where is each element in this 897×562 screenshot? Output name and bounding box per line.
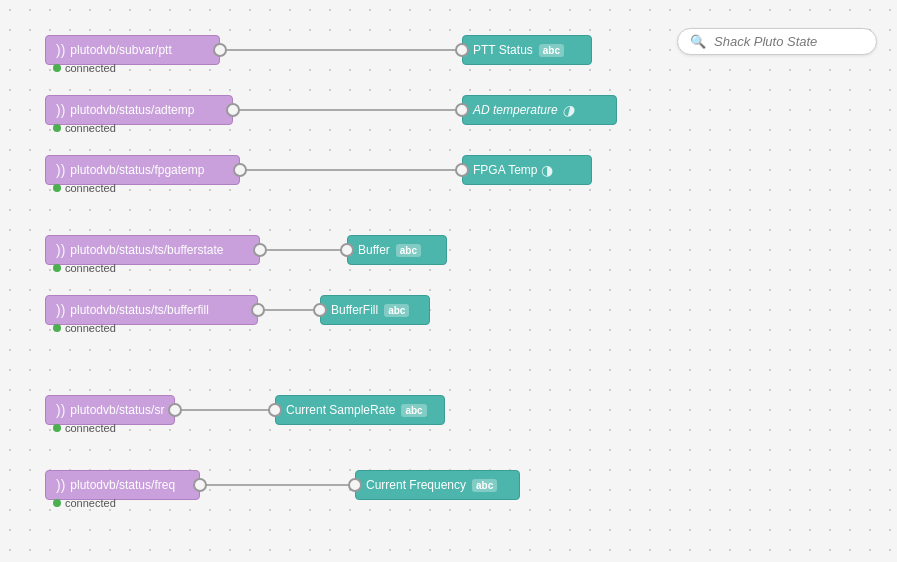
node-label: Buffer [358, 243, 390, 257]
node-badge-abc: abc [384, 304, 409, 317]
mqtt-icon-2: )) [56, 102, 65, 118]
node-label: AD temperature [473, 103, 558, 117]
node-bufferfill[interactable]: BufferFill abc [320, 295, 430, 325]
input-port[interactable] [348, 478, 362, 492]
output-port[interactable] [251, 303, 265, 317]
output-port[interactable] [253, 243, 267, 257]
search-text: Shack Pluto State [714, 34, 817, 49]
status-dot-bufferfill [53, 324, 61, 332]
status-dot-fpgatemp [53, 184, 61, 192]
status-label-fpgatemp: connected [65, 182, 116, 194]
node-label: Current SampleRate [286, 403, 395, 417]
search-box[interactable]: 🔍 Shack Pluto State [677, 28, 877, 55]
node-label: plutodvb/status/adtemp [70, 103, 194, 117]
node-buffer[interactable]: Buffer abc [347, 235, 447, 265]
node-label: plutodvb/subvar/ptt [70, 43, 171, 57]
status-label-adtemp: connected [65, 122, 116, 134]
mqtt-icon-4: )) [56, 242, 65, 258]
mqtt-icon-6: )) [56, 402, 65, 418]
input-port[interactable] [455, 103, 469, 117]
node-mqtt-ptt[interactable]: )) plutodvb/subvar/ptt [45, 35, 220, 65]
node-ad-temperature[interactable]: AD temperature ◑ [462, 95, 617, 125]
node-badge-abc: abc [539, 44, 564, 57]
status-label-freq: connected [65, 497, 116, 509]
node-mqtt-adtemp[interactable]: )) plutodvb/status/adtemp [45, 95, 233, 125]
output-port[interactable] [193, 478, 207, 492]
node-ptt-status[interactable]: PTT Status abc [462, 35, 592, 65]
gauge-icon: ◑ [562, 102, 574, 118]
status-label-bufferstate: connected [65, 262, 116, 274]
status-label-bufferfill: connected [65, 322, 116, 334]
node-mqtt-sr[interactable]: )) plutodvb/status/sr [45, 395, 175, 425]
node-label: FPGA Temp [473, 163, 537, 177]
status-label-ptt: connected [65, 62, 116, 74]
node-badge-abc: abc [472, 479, 497, 492]
node-label: PTT Status [473, 43, 533, 57]
output-port[interactable] [226, 103, 240, 117]
status-dot-ptt [53, 64, 61, 72]
node-label: plutodvb/status/fpgatemp [70, 163, 204, 177]
status-dot-freq [53, 499, 61, 507]
node-label: plutodvb/status/ts/bufferstate [70, 243, 223, 257]
output-port[interactable] [168, 403, 182, 417]
gauge-icon-2: ◑ [541, 162, 553, 178]
input-port[interactable] [455, 43, 469, 57]
node-current-samplerate[interactable]: Current SampleRate abc [275, 395, 445, 425]
node-mqtt-bufferstate[interactable]: )) plutodvb/status/ts/bufferstate [45, 235, 260, 265]
input-port[interactable] [455, 163, 469, 177]
output-port[interactable] [233, 163, 247, 177]
status-dot-bufferstate [53, 264, 61, 272]
node-label: plutodvb/status/ts/bufferfill [70, 303, 209, 317]
node-badge-abc: abc [396, 244, 421, 257]
input-port[interactable] [313, 303, 327, 317]
mqtt-icon-3: )) [56, 162, 65, 178]
mqtt-icon-7: )) [56, 477, 65, 493]
node-mqtt-bufferfill[interactable]: )) plutodvb/status/ts/bufferfill [45, 295, 258, 325]
node-label: Current Frequency [366, 478, 466, 492]
output-port[interactable] [213, 43, 227, 57]
input-port[interactable] [340, 243, 354, 257]
mqtt-icon: )) [56, 42, 65, 58]
mqtt-icon-5: )) [56, 302, 65, 318]
node-badge-abc: abc [401, 404, 426, 417]
node-fpga-temp[interactable]: FPGA Temp ◑ [462, 155, 592, 185]
node-label: plutodvb/status/freq [70, 478, 175, 492]
search-icon: 🔍 [690, 34, 706, 49]
node-current-frequency[interactable]: Current Frequency abc [355, 470, 520, 500]
flow-canvas: )) plutodvb/subvar/ptt connected PTT Sta… [0, 0, 897, 562]
node-label: plutodvb/status/sr [70, 403, 164, 417]
status-dot-sr [53, 424, 61, 432]
status-dot-adtemp [53, 124, 61, 132]
node-mqtt-freq[interactable]: )) plutodvb/status/freq [45, 470, 200, 500]
node-label: BufferFill [331, 303, 378, 317]
status-label-sr: connected [65, 422, 116, 434]
input-port[interactable] [268, 403, 282, 417]
node-mqtt-fpgatemp[interactable]: )) plutodvb/status/fpgatemp [45, 155, 240, 185]
